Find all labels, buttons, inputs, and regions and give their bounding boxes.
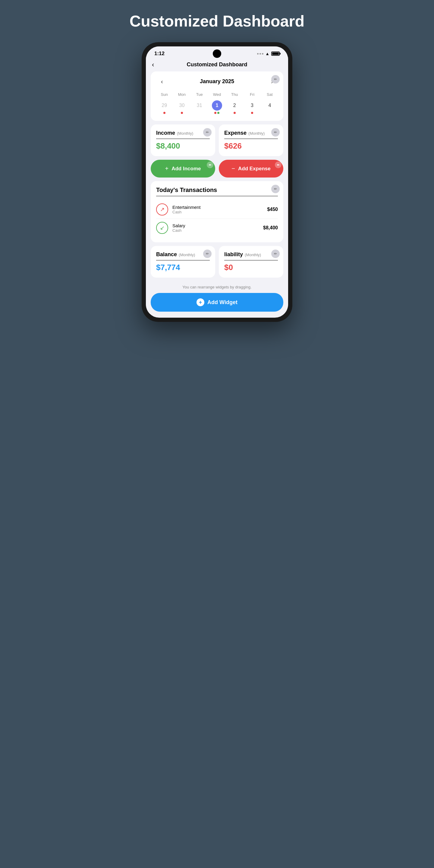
- day-number: 2: [229, 100, 240, 111]
- add-income-label: Add Income: [172, 166, 201, 172]
- add-widget-button[interactable]: + Add Widget: [151, 293, 283, 312]
- day-number: 1: [212, 100, 222, 111]
- battery-icon: [271, 52, 280, 56]
- day-label-fri: Fri: [244, 91, 260, 98]
- expense-dot: [234, 112, 236, 114]
- bottom-stats: ✏ Balance (Monthly) $7,774 ✏ liability (…: [151, 246, 283, 278]
- status-bar: 1:12 ▲: [146, 46, 288, 59]
- day-dots: [251, 112, 253, 114]
- transaction-amount: $8,400: [263, 225, 278, 230]
- battery-fill: [272, 53, 279, 55]
- calendar-day-2[interactable]: 2: [226, 99, 243, 116]
- signal-dot: [262, 53, 264, 55]
- balance-divider: [156, 260, 210, 260]
- page-wrapper: Customized Dashboard 1:12 ▲: [108, 12, 326, 322]
- expense-divider: [224, 138, 278, 139]
- income-card: ✏ Income (Monthly) $8,400: [151, 124, 215, 156]
- footer-hint: You can rearrange widgets by dragging.: [146, 282, 288, 290]
- expense-dot: [214, 112, 216, 114]
- balance-value: $7,774: [156, 263, 210, 272]
- content-area: ✏ ‹ January 2025 › Sun Mon Tue Wed Thu F…: [146, 71, 288, 282]
- calendar-day-30[interactable]: 30: [174, 99, 190, 116]
- liability-sublabel: (Monthly): [245, 253, 261, 257]
- day-dots: [163, 112, 165, 114]
- phone-frame: 1:12 ▲ ‹ Customized Dashboard: [142, 42, 292, 322]
- calendar-month: January 2025: [200, 79, 234, 85]
- transaction-name: Salary: [173, 223, 259, 228]
- transactions-divider: [156, 196, 278, 196]
- income-edit-button[interactable]: ✏: [203, 128, 212, 136]
- back-button[interactable]: ‹: [152, 61, 154, 69]
- status-icons: ▲: [257, 51, 280, 56]
- calendar-edit-button[interactable]: ✏: [271, 75, 280, 84]
- balance-card: ✏ Balance (Monthly) $7,774: [151, 246, 215, 278]
- action-row: ✏ + Add Income ✏ − Add Expense: [151, 160, 283, 178]
- nav-title: Customized Dashboard: [187, 61, 247, 68]
- liability-card: ✏ liability (Monthly) $0: [219, 246, 283, 278]
- day-number: 4: [265, 100, 275, 111]
- calendar-prev-button[interactable]: ‹: [158, 77, 165, 86]
- income-dot: [217, 112, 219, 114]
- day-label-tue: Tue: [191, 91, 208, 98]
- liability-edit-button[interactable]: ✏: [271, 250, 280, 258]
- add-expense-icon: −: [231, 165, 235, 172]
- page-title: Customized Dashboard: [130, 12, 305, 30]
- transaction-item-salary[interactable]: ↙ Salary Cash $8,400: [156, 218, 278, 237]
- transaction-icon-expense: ↗: [156, 204, 168, 216]
- add-widget-label: Add Widget: [207, 299, 238, 306]
- day-label-thu: Thu: [226, 91, 243, 98]
- transaction-name: Entertainment: [173, 205, 263, 210]
- wifi-icon: ▲: [265, 51, 270, 56]
- transaction-item-entertainment[interactable]: ↗ Entertainment Cash $450: [156, 200, 278, 218]
- calendar-day-31[interactable]: 31: [191, 99, 208, 116]
- income-value: $8,400: [156, 141, 210, 151]
- calendar-header: ‹ January 2025 ›: [156, 77, 278, 86]
- calendar-card: ✏ ‹ January 2025 › Sun Mon Tue Wed Thu F…: [151, 71, 283, 121]
- camera-notch: [213, 50, 221, 58]
- expense-edit-button[interactable]: ✏: [271, 128, 280, 136]
- add-expense-button[interactable]: ✏ − Add Expense: [219, 160, 283, 178]
- calendar-day-1[interactable]: 1: [209, 99, 225, 116]
- transaction-info: Salary Cash: [173, 223, 259, 233]
- day-label-sun: Sun: [156, 91, 173, 98]
- income-btn-edit[interactable]: ✏: [207, 161, 213, 168]
- expense-dot: [163, 112, 165, 114]
- transactions-edit-button[interactable]: ✏: [271, 185, 280, 193]
- expense-label: Expense: [224, 130, 247, 136]
- stats-row: ✏ Income (Monthly) $8,400 ✏ Expense (Mon…: [151, 124, 283, 156]
- transactions-card: ✏ Today's Transactions ↗ Entertainment C…: [151, 181, 283, 242]
- day-dots: [181, 112, 183, 114]
- day-label-wed: Wed: [209, 91, 225, 98]
- signal-bars: [257, 53, 264, 55]
- transaction-amount: $450: [267, 207, 278, 212]
- status-time: 1:12: [154, 51, 164, 57]
- calendar-day-4[interactable]: 4: [261, 99, 278, 116]
- income-sublabel: (Monthly): [177, 131, 193, 135]
- balance-label: Balance: [156, 251, 177, 258]
- expense-dot: [251, 112, 253, 114]
- calendar-day-29[interactable]: 29: [156, 99, 173, 116]
- add-income-button[interactable]: ✏ + Add Income: [151, 160, 215, 178]
- day-number: 29: [159, 100, 169, 111]
- transactions-title: Today's Transactions: [156, 187, 278, 193]
- calendar-grid: Sun Mon Tue Wed Thu Fri Sat 29: [156, 91, 278, 116]
- liability-divider: [224, 260, 278, 260]
- transaction-method: Cash: [173, 210, 263, 214]
- day-dots: [234, 112, 236, 114]
- calendar-day-3[interactable]: 3: [244, 99, 260, 116]
- day-dots: [214, 112, 219, 114]
- add-expense-label: Add Expense: [238, 166, 271, 172]
- day-label-sat: Sat: [261, 91, 278, 98]
- balance-sublabel: (Monthly): [179, 253, 195, 257]
- signal-dot: [259, 53, 261, 55]
- expense-dot: [181, 112, 183, 114]
- transaction-method: Cash: [173, 228, 259, 233]
- expense-card: ✏ Expense (Monthly) $626: [219, 124, 283, 156]
- balance-edit-button[interactable]: ✏: [203, 250, 212, 258]
- expense-btn-edit[interactable]: ✏: [275, 161, 281, 168]
- transaction-icon-income: ↙: [156, 222, 168, 234]
- expense-sublabel: (Monthly): [248, 131, 265, 135]
- day-number: 31: [194, 100, 205, 111]
- add-income-icon: +: [165, 165, 169, 172]
- add-widget-icon: +: [196, 299, 204, 306]
